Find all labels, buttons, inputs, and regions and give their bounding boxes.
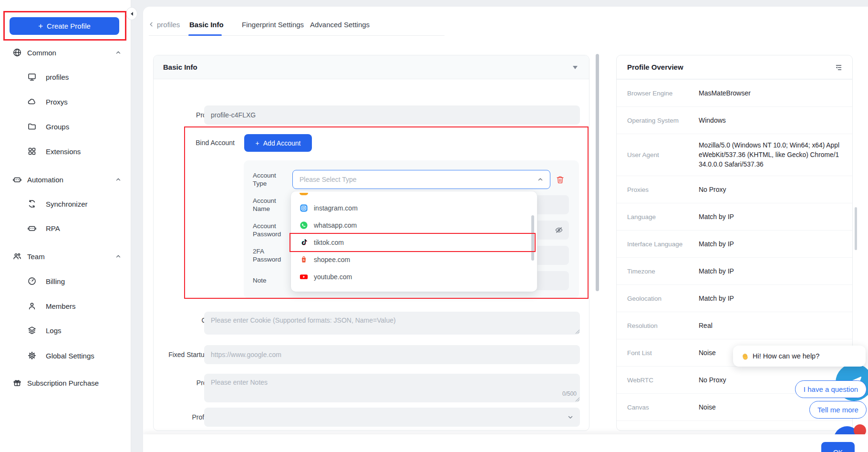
overview-row: TimezoneMatch by IP (617, 257, 852, 284)
profile-name-input[interactable] (204, 105, 580, 125)
resize-handle[interactable] (575, 329, 580, 334)
create-profile-label: Create Profile (47, 22, 91, 30)
plus-icon: + (256, 139, 259, 147)
notes-counter: 0/500 (562, 390, 577, 397)
chevron-up-icon (537, 177, 543, 182)
tab-advanced-settings[interactable]: Advanced Settings (310, 18, 370, 31)
overview-row: LanguageMatch by IP (617, 203, 852, 230)
tab-fingerprint-settings[interactable]: Fingerprint Settings (242, 18, 304, 31)
collapse-card-icon[interactable] (573, 66, 578, 69)
option-instagram[interactable]: instagram.com (291, 200, 537, 217)
scrolled-option-icon (300, 193, 308, 195)
plus-icon: + (38, 21, 43, 31)
create-profile-button[interactable]: + Create Profile (10, 17, 119, 35)
fixed-startup-input[interactable] (204, 345, 580, 364)
sync-icon (27, 199, 37, 209)
resize-handle[interactable] (575, 397, 580, 402)
dropdown-scrollbar[interactable] (531, 215, 534, 261)
robot-icon (27, 223, 37, 233)
profile-overview-title: Profile Overview (627, 63, 683, 71)
overview-row: ResolutionReal (617, 312, 852, 339)
waving-hand-icon (741, 352, 749, 360)
account-name-label: Account Name (253, 197, 284, 213)
overview-row: ProxiesNo Proxy (617, 176, 852, 203)
collapse-panel-icon[interactable] (835, 63, 843, 72)
chevron-up-icon (115, 49, 122, 56)
sidebar-section-team[interactable]: Team (0, 249, 131, 263)
option-youtube[interactable]: youtube.com (291, 268, 537, 285)
ok-button[interactable]: OK (821, 442, 855, 452)
folder-icon (27, 122, 37, 131)
bottom-action-bar: OK (143, 434, 868, 452)
whatsapp-icon (300, 221, 308, 230)
overview-row: Browser EngineMasMateBrowser (617, 79, 852, 106)
person-icon (27, 301, 37, 311)
overview-row: Media DevicesNoise (617, 420, 852, 431)
chat-question-button[interactable]: I have a question (795, 380, 867, 398)
sidebar-item-subscription-purchase[interactable]: Subscription Purchase (0, 376, 131, 390)
page-scrollbar[interactable] (855, 207, 857, 250)
profile-overview-panel: Profile Overview Browser EngineMasMateBr… (616, 55, 853, 431)
option-shopee[interactable]: S shopee.com (291, 251, 537, 268)
content-scrollbar[interactable] (596, 54, 599, 291)
team-icon (12, 252, 22, 261)
chevron-up-icon (115, 176, 122, 183)
youtube-icon (300, 273, 308, 281)
chat-tell-me-more-button[interactable]: Tell me more (809, 401, 867, 419)
basic-info-card: Basic Info Profile Name Bind Account + A… (153, 55, 589, 431)
profile-notes-textarea[interactable] (204, 374, 580, 402)
sidebar-item-billing[interactable]: Billing (0, 274, 131, 288)
sidebar-item-proxys[interactable]: Proxys (0, 95, 131, 109)
tiktok-icon (300, 238, 308, 247)
svg-text:S: S (303, 259, 305, 262)
basic-info-card-header[interactable]: Basic Info (154, 55, 589, 79)
basic-info-title: Basic Info (163, 63, 197, 71)
instagram-icon (300, 204, 308, 212)
sidebar-item-members[interactable]: Members (0, 299, 131, 313)
profile-overview-header: Profile Overview (617, 55, 852, 79)
grid-icon (27, 147, 37, 156)
chevron-down-icon (568, 414, 573, 420)
cloud-icon (27, 97, 37, 106)
monitor-icon (27, 72, 37, 82)
trash-icon (556, 175, 565, 184)
sidebar-collapse-button[interactable] (126, 7, 137, 20)
twofa-password-label: 2FA Password (253, 247, 284, 263)
option-tiktok[interactable]: tiktok.com (291, 234, 537, 251)
sidebar-item-synchronizer[interactable]: Synchronizer (0, 197, 131, 211)
overview-row: Interface LanguageMatch by IP (617, 230, 852, 257)
overview-row: Operating SystemWindows (617, 106, 852, 134)
account-type-select[interactable]: Please Select Type (292, 170, 550, 189)
sidebar-item-logs[interactable]: Logs (0, 323, 131, 337)
back-to-profiles[interactable]: profiles (149, 18, 180, 31)
chat-greeting-bubble: Hi! How can we help? (733, 346, 866, 367)
chevron-left-icon (149, 21, 154, 27)
gauge-icon (27, 276, 37, 286)
option-whatsapp[interactable]: whatsapp.com (291, 217, 537, 234)
overview-row: GeolocationMatch by IP (617, 284, 852, 312)
account-password-label: Account Password (253, 222, 284, 238)
eye-off-icon (555, 226, 563, 234)
sidebar-item-extensions[interactable]: Extensions (0, 144, 131, 158)
account-type-placeholder: Please Select Type (300, 176, 537, 183)
sidebar-item-profiles[interactable]: profiles (0, 70, 131, 84)
shopee-icon: S (300, 255, 308, 264)
toggle-password-visibility[interactable] (554, 225, 564, 235)
chevron-up-icon (115, 253, 122, 260)
add-account-button[interactable]: + Add Account (244, 134, 312, 152)
sidebar-item-groups[interactable]: Groups (0, 119, 131, 134)
sidebar-item-global-settings[interactable]: Global Settings (0, 348, 131, 363)
account-type-dropdown: instagram.com whatsapp.com tiktok.com S … (291, 191, 537, 292)
sidebar-section-common[interactable]: Common (0, 45, 131, 60)
layers-icon (27, 326, 37, 335)
sidebar-item-rpa[interactable]: RPA (0, 221, 131, 235)
delete-account-button[interactable] (555, 174, 565, 185)
bind-account-label: Bind Account (154, 138, 235, 147)
tab-bar: profiles Basic Info Fingerprint Settings… (149, 13, 444, 36)
tab-basic-info[interactable]: Basic Info (189, 18, 224, 31)
sidebar-section-automation[interactable]: Automation (0, 172, 131, 187)
profile-groups-select[interactable] (204, 408, 580, 427)
cookies-textarea[interactable] (204, 312, 580, 335)
main-panel: profiles Basic Info Fingerprint Settings… (143, 7, 868, 452)
globe-icon (12, 48, 22, 57)
